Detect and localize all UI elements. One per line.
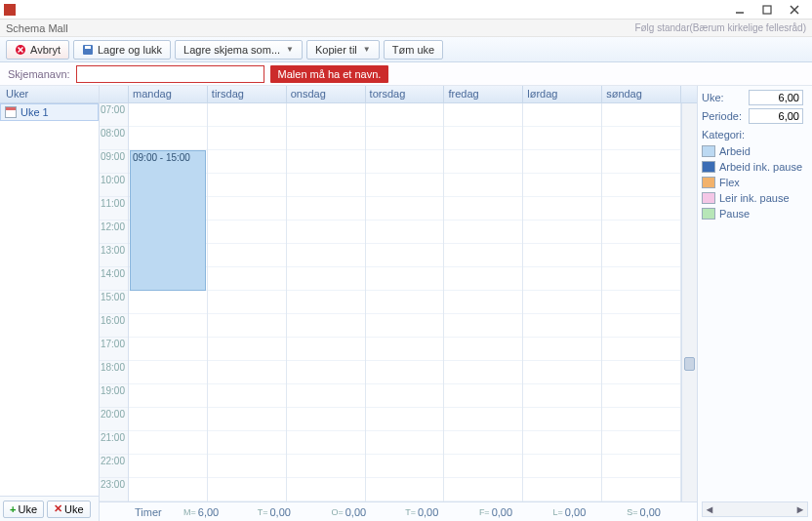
category-item[interactable]: Flex bbox=[702, 175, 808, 190]
hour-label: 16:00 bbox=[100, 314, 128, 338]
periode-label: Periode: bbox=[702, 110, 745, 122]
day-column[interactable] bbox=[602, 103, 681, 501]
summary-label: Timer bbox=[100, 506, 164, 518]
add-week-button[interactable]: +Uke bbox=[3, 501, 44, 518]
subtitle-bar: Schema Mall Følg standar(Bærum kirkelige… bbox=[0, 20, 812, 37]
day-header[interactable]: onsdag bbox=[287, 86, 366, 102]
hour-label: 22:00 bbox=[100, 455, 128, 478]
vertical-scrollbar[interactable] bbox=[681, 103, 697, 501]
calendar-event[interactable]: 09:00 - 15:00 bbox=[130, 150, 206, 291]
weeks-header: Uker bbox=[0, 86, 99, 103]
category-label: Leir ink. pause bbox=[719, 192, 790, 204]
category-item[interactable]: Arbeid ink. pause bbox=[702, 159, 808, 175]
category-item[interactable]: Leir ink. pause bbox=[702, 190, 808, 206]
day-header[interactable]: fredag bbox=[444, 86, 523, 102]
hour-label: 12:00 bbox=[100, 220, 128, 244]
uke-input[interactable] bbox=[749, 90, 803, 105]
day-grid[interactable]: 09:00 - 15:00 bbox=[129, 103, 681, 501]
day-sum: T=0,00 bbox=[386, 506, 460, 518]
kategori-header: Kategori: bbox=[702, 129, 808, 140]
day-sum: L=0,00 bbox=[534, 506, 608, 518]
color-swatch bbox=[702, 208, 715, 220]
hour-label: 21:00 bbox=[100, 431, 128, 455]
hour-label: 07:00 bbox=[100, 103, 128, 127]
color-swatch bbox=[702, 145, 715, 157]
avbryt-button[interactable]: Avbryt bbox=[6, 40, 69, 60]
hour-label: 20:00 bbox=[100, 408, 128, 431]
svg-rect-1 bbox=[763, 6, 771, 14]
context-text: Følg standar(Bærum kirkelige fellesråd) bbox=[634, 22, 806, 33]
scroll-left-icon[interactable]: ◄ bbox=[703, 503, 716, 515]
weeks-panel: Uker Uke 1 +Uke ✕Uke bbox=[0, 86, 100, 521]
calendar-icon bbox=[5, 106, 17, 118]
week-item[interactable]: Uke 1 bbox=[0, 103, 99, 121]
hour-label: 17:00 bbox=[100, 338, 128, 361]
day-column[interactable] bbox=[523, 103, 602, 501]
hour-label: 14:00 bbox=[100, 267, 128, 291]
uke-label: Uke: bbox=[702, 92, 745, 103]
toolbar: Avbryt Lagre og lukk Lagre skjema som...… bbox=[0, 37, 812, 62]
category-label: Pause bbox=[719, 208, 750, 220]
minimize-button[interactable] bbox=[726, 2, 753, 18]
category-label: Arbeid bbox=[719, 145, 751, 157]
category-label: Flex bbox=[719, 177, 740, 188]
save-icon bbox=[82, 44, 94, 56]
hour-label: 09:00 bbox=[100, 150, 128, 174]
validation-error: Malen må ha et navn. bbox=[270, 65, 389, 83]
day-column[interactable] bbox=[208, 103, 287, 501]
hour-label: 15:00 bbox=[100, 291, 128, 314]
day-column[interactable] bbox=[444, 103, 523, 501]
day-column[interactable]: 09:00 - 15:00 bbox=[129, 103, 208, 501]
day-header[interactable]: søndag bbox=[602, 86, 681, 102]
skjemanavn-label: Skjemanavn: bbox=[8, 68, 70, 80]
name-row: Skjemanavn: Malen må ha et navn. bbox=[0, 62, 812, 86]
color-swatch bbox=[702, 192, 715, 204]
hour-label: 23:00 bbox=[100, 478, 128, 501]
calendar: mandag tirsdag onsdag torsdag fredag lør… bbox=[100, 86, 697, 521]
hour-label: 19:00 bbox=[100, 384, 128, 408]
tom-uke-button[interactable]: Tøm uke bbox=[384, 40, 443, 60]
right-panel: Uke: Periode: Kategori: ArbeidArbeid ink… bbox=[697, 86, 812, 521]
app-icon bbox=[4, 4, 16, 16]
day-header[interactable]: mandag bbox=[129, 86, 208, 102]
color-swatch bbox=[702, 177, 715, 188]
day-header[interactable]: tirsdag bbox=[208, 86, 287, 102]
maximize-button[interactable] bbox=[753, 2, 781, 18]
hour-label: 18:00 bbox=[100, 361, 128, 384]
day-column[interactable] bbox=[366, 103, 445, 501]
chevron-down-icon: ▼ bbox=[286, 45, 294, 54]
lagre-og-lukk-button[interactable]: Lagre og lukk bbox=[73, 40, 171, 60]
chevron-down-icon: ▼ bbox=[363, 45, 371, 54]
time-column: 07:0008:0009:0010:0011:0012:0013:0014:00… bbox=[100, 103, 129, 501]
periode-input[interactable] bbox=[749, 108, 803, 124]
color-swatch bbox=[702, 161, 715, 173]
category-item[interactable]: Pause bbox=[702, 206, 808, 221]
day-header[interactable]: torsdag bbox=[366, 86, 445, 102]
day-sum: M=6,00 bbox=[164, 506, 238, 518]
category-label: Arbeid ink. pause bbox=[719, 161, 802, 173]
hour-label: 13:00 bbox=[100, 244, 128, 267]
scroll-right-icon[interactable]: ► bbox=[793, 503, 807, 515]
horizontal-scrollbar[interactable]: ◄ ► bbox=[702, 501, 808, 517]
lagre-skjema-som-button[interactable]: Lagre skjema som... ▼ bbox=[175, 40, 303, 60]
kopier-til-button[interactable]: Kopier til ▼ bbox=[306, 40, 380, 60]
delete-week-button[interactable]: ✕Uke bbox=[47, 501, 91, 518]
svg-rect-8 bbox=[85, 46, 91, 49]
category-item[interactable]: Arbeid bbox=[702, 143, 808, 159]
cancel-icon bbox=[15, 44, 26, 56]
day-header[interactable]: lørdag bbox=[523, 86, 602, 102]
hour-label: 08:00 bbox=[100, 127, 128, 150]
hour-label: 11:00 bbox=[100, 197, 128, 220]
scroll-thumb[interactable] bbox=[684, 357, 695, 371]
day-sum: F=0,00 bbox=[460, 506, 534, 518]
skjemanavn-input[interactable] bbox=[76, 65, 264, 83]
day-column[interactable] bbox=[287, 103, 366, 501]
titlebar bbox=[0, 0, 812, 20]
day-header-row: mandag tirsdag onsdag torsdag fredag lør… bbox=[100, 86, 697, 103]
day-sum: T=0,00 bbox=[238, 506, 312, 518]
summary-row: Timer M=6,00T=0,00O=0,00T=0,00F=0,00L=0,… bbox=[100, 501, 697, 521]
day-sum: O=0,00 bbox=[311, 506, 386, 518]
close-button[interactable] bbox=[781, 2, 808, 18]
weeks-list: Uke 1 bbox=[0, 103, 99, 496]
x-icon: ✕ bbox=[54, 502, 62, 515]
